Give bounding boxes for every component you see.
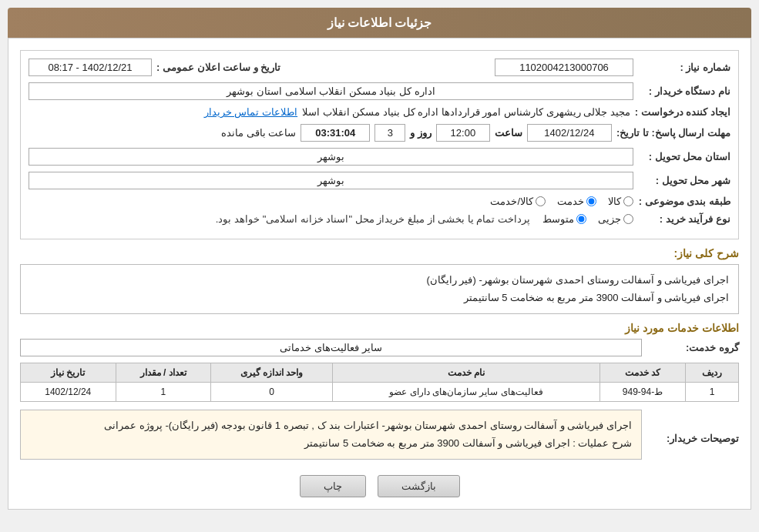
- buyer-org-label: نام دستگاه خریدار :: [638, 85, 730, 97]
- print-button[interactable]: چاپ: [300, 475, 366, 497]
- delivery-city-label: شهر محل تحویل :: [638, 175, 730, 186]
- buyer-desc-row: توصیحات خریدار: اجرای فیریاشی و آسفالت ر…: [20, 410, 739, 467]
- buyer-desc-label: توصیحات خریدار:: [646, 433, 739, 444]
- category-row: طبقه بندی موضوعی : کالا خدمت کالا/خدمت: [29, 196, 730, 207]
- buyer-desc-text: اجرای فیریاشی و آسفالت روستای احمدی شهرس…: [30, 417, 632, 453]
- need-number-value: 1102004213000706: [495, 59, 633, 76]
- response-deadline-label: مهلت ارسال پاسخ: تا تاریخ:: [616, 127, 730, 139]
- response-time-value: 12:00: [436, 124, 490, 142]
- category-option-khedmat[interactable]: خدمت: [557, 196, 596, 207]
- table-cell-row: 1: [686, 382, 739, 401]
- table-header-name: نام خدمت: [333, 363, 600, 382]
- announcement-datetime-value: 1402/12/21 - 08:17: [29, 59, 152, 76]
- countdown-value: 03:31:04: [301, 124, 370, 142]
- table-header-date: تاریخ نیاز: [21, 363, 116, 382]
- creator-row: ایجاد کننده درخواست : مجید جلالی ریشهری …: [29, 106, 730, 118]
- table-header-row: ردیف: [686, 363, 739, 382]
- table-cell-name: فعالیت‌های سایر سازمان‌های دارای عضو: [333, 382, 600, 401]
- buyer-description-section: توصیحات خریدار: اجرای فیریاشی و آسفالت ر…: [20, 410, 739, 467]
- need-description-section: شرح کلی نیاز: اجرای فیریاشی و آسفالت روس…: [20, 247, 739, 314]
- creator-link[interactable]: اطلاعات تماس خریدار: [204, 106, 297, 118]
- purchase-type-label-jozi: جزیی: [598, 213, 621, 225]
- category-label-khedmat: خدمت: [557, 196, 584, 207]
- category-radio-kala[interactable]: [623, 196, 633, 206]
- buttons-row: بازگشت چاپ: [20, 475, 739, 497]
- category-radio-kala-khedmat[interactable]: [536, 196, 546, 206]
- category-option-kala-khedmat[interactable]: کالا/خدمت: [490, 196, 546, 207]
- purchase-type-note: پرداخت تمام یا بخشی از مبلغ خریداز محل "…: [216, 213, 530, 225]
- service-group-value: سایر فعالیت‌های خدماتی: [20, 339, 642, 356]
- need-number-row: شماره نیاز : 1102004213000706 تاریخ و سا…: [29, 59, 730, 76]
- countdown-label: ساعت باقی مانده: [221, 127, 296, 139]
- table-header-code: کد خدمت: [599, 363, 685, 382]
- category-label-kala-khedmat: کالا/خدمت: [490, 196, 533, 207]
- main-info-section: شماره نیاز : 1102004213000706 تاریخ و سا…: [20, 50, 739, 239]
- table-cell-unit: 0: [210, 382, 332, 401]
- back-button[interactable]: بازگشت: [378, 475, 460, 497]
- category-label: طبقه بندی موضوعی :: [638, 196, 730, 207]
- need-description-box: اجرای فیریاشی و آسفالت روستای احمدی شهرس…: [20, 264, 739, 314]
- response-date-value: 1402/12/24: [527, 124, 612, 142]
- delivery-city-row: شهر محل تحویل : بوشهر: [29, 172, 730, 189]
- purchase-type-label-mota: متوسط: [542, 213, 574, 225]
- table-cell-code: ط-94-949: [599, 382, 685, 401]
- category-radio-khedmat[interactable]: [586, 196, 596, 206]
- page-header: جزئیات اطلاعات نیاز: [8, 8, 751, 38]
- purchase-type-radio-mota[interactable]: [576, 214, 586, 224]
- purchase-type-row: نوع فرآیند خرید : جزیی متوسط پرداخت تمام…: [29, 213, 730, 225]
- services-section: اطلاعات خدمات مورد نیاز گروه خدمت: سایر …: [20, 322, 739, 402]
- need-description-line1: اجرای فیریاشی و آسفالت روستای احمدی شهرس…: [30, 271, 729, 289]
- services-table: ردیف کد خدمت نام خدمت واحد اندازه گیری ت…: [20, 363, 739, 402]
- table-row: 1 ط-94-949 فعالیت‌های سایر سازمان‌های دا…: [21, 382, 739, 401]
- purchase-type-radio-jozi[interactable]: [623, 214, 633, 224]
- response-days-value: 3: [374, 124, 405, 142]
- table-cell-qty: 1: [116, 382, 210, 401]
- delivery-city-value: بوشهر: [29, 172, 633, 189]
- buyer-org-row: نام دستگاه خریدار : اداره کل بنیاد مسکن …: [29, 82, 730, 100]
- table-header-unit: واحد اندازه گیری: [210, 363, 332, 382]
- response-days-label: روز و: [410, 127, 432, 139]
- need-description-line2: اجرای فیریاشی و آسفالت 3900 متر مربع به …: [30, 289, 729, 306]
- response-time-label: ساعت: [495, 127, 522, 139]
- category-radio-group: کالا خدمت کالا/خدمت: [490, 196, 633, 207]
- delivery-province-value: بوشهر: [29, 148, 633, 166]
- purchase-type-option-jozi[interactable]: جزیی: [598, 213, 633, 225]
- buyer-org-value: اداره کل بنیاد مسکن انقلاب اسلامی استان …: [29, 82, 633, 100]
- need-number-label: شماره نیاز :: [638, 62, 730, 73]
- response-deadline-row: مهلت ارسال پاسخ: تا تاریخ: 1402/12/24 سا…: [29, 124, 730, 142]
- creator-value: مجید جلالی ریشهری کارشناس امور قراردادها…: [302, 106, 630, 118]
- page-title: جزئیات اطلاعات نیاز: [327, 16, 432, 29]
- purchase-type-label: نوع فرآیند خرید :: [638, 213, 730, 225]
- service-group-row: گروه خدمت: سایر فعالیت‌های خدماتی: [20, 339, 739, 356]
- delivery-province-row: استان محل تحویل : بوشهر: [29, 148, 730, 166]
- service-group-label: گروه خدمت:: [646, 342, 739, 353]
- creator-label: ایجاد کننده درخواست :: [635, 106, 730, 118]
- services-title: اطلاعات خدمات مورد نیاز: [20, 322, 739, 334]
- category-option-kala[interactable]: کالا: [608, 196, 633, 207]
- purchase-type-radio-group: جزیی متوسط: [542, 213, 633, 225]
- purchase-type-option-mota[interactable]: متوسط: [542, 213, 586, 225]
- need-description-title: شرح کلی نیاز:: [20, 247, 739, 259]
- table-header-qty: تعداد / مقدار: [116, 363, 210, 382]
- category-label-kala: کالا: [608, 196, 621, 207]
- announcement-datetime-label: تاریخ و ساعت اعلان عمومی :: [156, 62, 280, 73]
- table-cell-date: 1402/12/24: [21, 382, 116, 401]
- delivery-province-label: استان محل تحویل :: [638, 151, 730, 162]
- buyer-desc-box: اجرای فیریاشی و آسفالت روستای احمدی شهرس…: [20, 410, 642, 460]
